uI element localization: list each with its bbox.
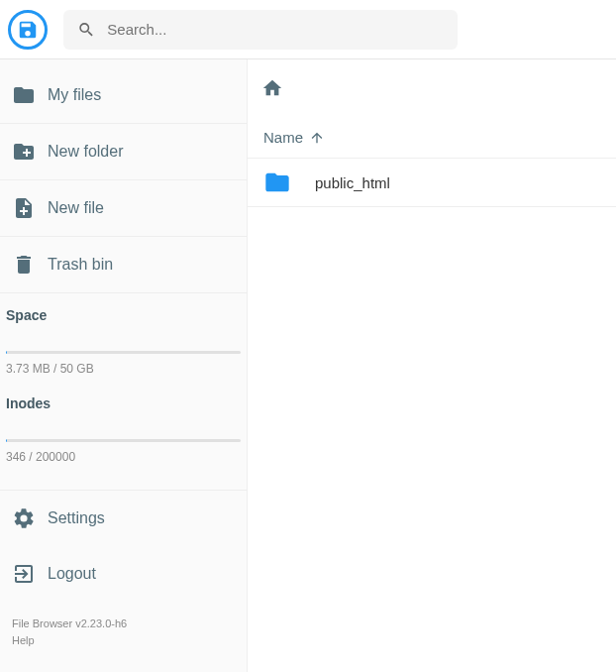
folder-icon — [263, 168, 291, 196]
sidebar: My files New folder New file Trash bin S… — [0, 59, 248, 672]
column-label: Name — [263, 129, 303, 146]
search-box[interactable] — [63, 10, 458, 50]
search-icon — [77, 20, 95, 40]
sidebar-item-my-files[interactable]: My files — [0, 67, 247, 124]
nav-label: New file — [48, 199, 104, 217]
floppy-disk-icon — [17, 19, 39, 41]
nav-label: Trash bin — [48, 256, 113, 274]
space-progress — [6, 351, 241, 354]
sidebar-item-logout[interactable]: Logout — [0, 546, 247, 602]
footer: File Browser v2.23.0-h6 Help — [0, 602, 247, 662]
inodes-progress-fill — [6, 439, 7, 442]
space-title: Space — [6, 307, 241, 323]
sidebar-item-trash[interactable]: Trash bin — [0, 237, 247, 293]
nav-label: New folder — [48, 143, 123, 161]
arrow-up-icon — [309, 130, 325, 146]
space-stats: Space 3.73 MB / 50 GB Inodes 346 / 20000… — [0, 293, 247, 491]
gear-icon — [12, 506, 36, 530]
help-link[interactable]: Help — [12, 632, 235, 649]
nav-label: Logout — [48, 565, 96, 583]
list-header-name[interactable]: Name — [248, 117, 616, 158]
sidebar-item-settings[interactable]: Settings — [0, 491, 247, 546]
item-name: public_html — [315, 174, 390, 191]
sidebar-item-new-file[interactable]: New file — [0, 180, 247, 237]
header — [0, 0, 616, 59]
inodes-progress — [6, 439, 241, 442]
search-input[interactable] — [107, 21, 444, 38]
space-value: 3.73 MB / 50 GB — [6, 362, 241, 376]
logout-icon — [12, 562, 36, 586]
app-logo[interactable] — [8, 10, 48, 50]
version-text: File Browser v2.23.0-h6 — [12, 616, 235, 632]
home-icon[interactable] — [261, 77, 283, 99]
list-item[interactable]: public_html — [248, 158, 616, 207]
create-folder-icon — [12, 140, 36, 164]
breadcrumb — [248, 73, 616, 117]
folder-icon — [12, 83, 36, 107]
create-file-icon — [12, 196, 36, 220]
trash-icon — [12, 253, 36, 277]
nav-label: My files — [48, 86, 101, 104]
nav-label: Settings — [48, 509, 105, 527]
space-progress-fill — [6, 351, 7, 354]
sidebar-item-new-folder[interactable]: New folder — [0, 124, 247, 180]
main-content: Name public_html — [248, 59, 616, 672]
inodes-title: Inodes — [6, 395, 241, 411]
inodes-value: 346 / 200000 — [6, 450, 241, 464]
